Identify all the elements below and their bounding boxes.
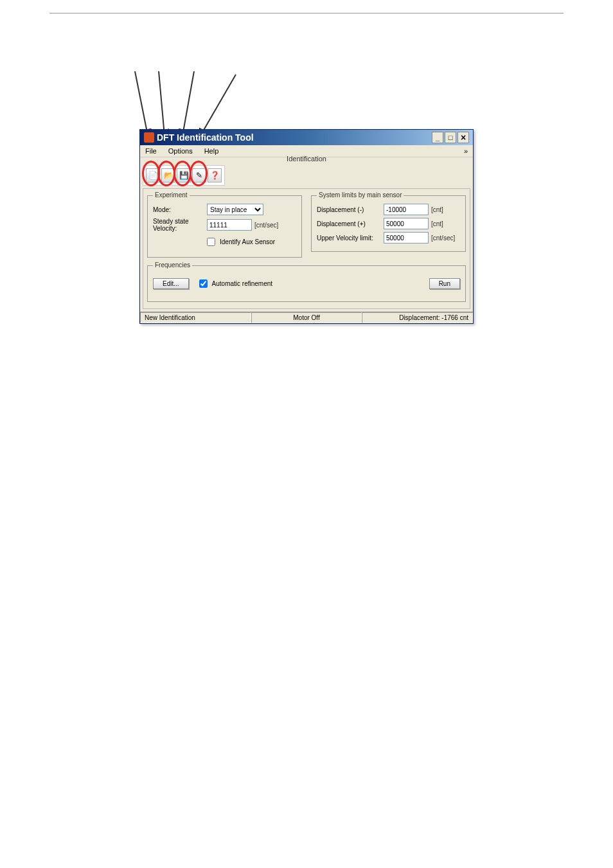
- svg-line-0: [135, 71, 148, 136]
- velocity-label: Steady state Velocity:: [153, 218, 204, 232]
- limits-legend: System limits by main sensor: [317, 191, 404, 199]
- save-icon[interactable]: 💾: [177, 168, 191, 182]
- auto-refine-checkbox[interactable]: [199, 279, 208, 288]
- menu-chevron[interactable]: »: [461, 146, 470, 155]
- frequencies-legend: Frequencies: [153, 261, 192, 269]
- tab-identification[interactable]: Identification: [140, 155, 473, 163]
- disp-pos-input[interactable]: [384, 218, 429, 229]
- frequencies-group: Frequencies Edit... Automatic refinement…: [147, 265, 466, 302]
- vel-limit-label: Upper Velocity limit:: [317, 235, 381, 242]
- mode-label: Mode:: [153, 206, 204, 213]
- mode-select[interactable]: Stay in place: [207, 204, 263, 215]
- edit-button[interactable]: Edit...: [153, 278, 189, 289]
- auto-refine-label: Automatic refinement: [212, 280, 273, 287]
- window-title: DFT Identification Tool: [157, 132, 254, 143]
- disp-pos-label: Displacement (+): [317, 220, 381, 227]
- menu-file[interactable]: File: [143, 146, 159, 155]
- svg-line-3: [200, 75, 236, 136]
- menu-options[interactable]: Options: [166, 146, 195, 155]
- toolbar: 📄 📂 💾 ✎ ❓: [143, 165, 225, 186]
- status-right: Displacement: -1766 cnt: [362, 312, 473, 323]
- disp-pos-unit: [cnt]: [431, 220, 443, 227]
- new-icon[interactable]: 📄: [146, 168, 160, 182]
- edit-icon[interactable]: ✎: [192, 168, 206, 182]
- experiment-group: Experiment Mode: Stay in place Steady st…: [147, 195, 302, 258]
- run-button[interactable]: Run: [429, 278, 460, 289]
- menu-help[interactable]: Help: [202, 146, 222, 155]
- experiment-legend: Experiment: [153, 191, 190, 199]
- disp-neg-label: Displacement (-): [317, 206, 381, 213]
- vel-limit-unit: [cnt/sec]: [431, 235, 455, 242]
- identify-aux-checkbox[interactable]: [207, 238, 215, 246]
- app-icon: [144, 132, 154, 143]
- main-panel: Experiment Mode: Stay in place Steady st…: [143, 188, 470, 309]
- maximize-button[interactable]: □: [445, 132, 456, 143]
- identify-aux-label: Identify Aux Sensor: [220, 238, 275, 245]
- svg-line-1: [159, 71, 164, 136]
- dft-window: DFT Identification Tool _ □ × File Optio…: [139, 129, 474, 324]
- disp-neg-input[interactable]: [384, 204, 429, 215]
- limits-group: System limits by main sensor Displacemen…: [311, 195, 466, 252]
- help-context-icon[interactable]: ❓: [208, 168, 222, 182]
- velocity-unit: [cnt/sec]: [254, 222, 278, 229]
- status-left: New Identification: [140, 312, 251, 323]
- close-button[interactable]: ×: [458, 132, 469, 143]
- statusbar: New Identification Motor Off Displacemen…: [140, 312, 473, 323]
- minimize-button[interactable]: _: [432, 132, 443, 143]
- velocity-input[interactable]: [207, 219, 252, 231]
- titlebar: DFT Identification Tool _ □ ×: [140, 130, 473, 145]
- vel-limit-input[interactable]: [384, 232, 429, 244]
- open-icon[interactable]: 📂: [161, 168, 175, 182]
- status-center: Motor Off: [251, 312, 362, 323]
- svg-line-2: [182, 71, 194, 136]
- disp-neg-unit: [cnt]: [431, 206, 443, 213]
